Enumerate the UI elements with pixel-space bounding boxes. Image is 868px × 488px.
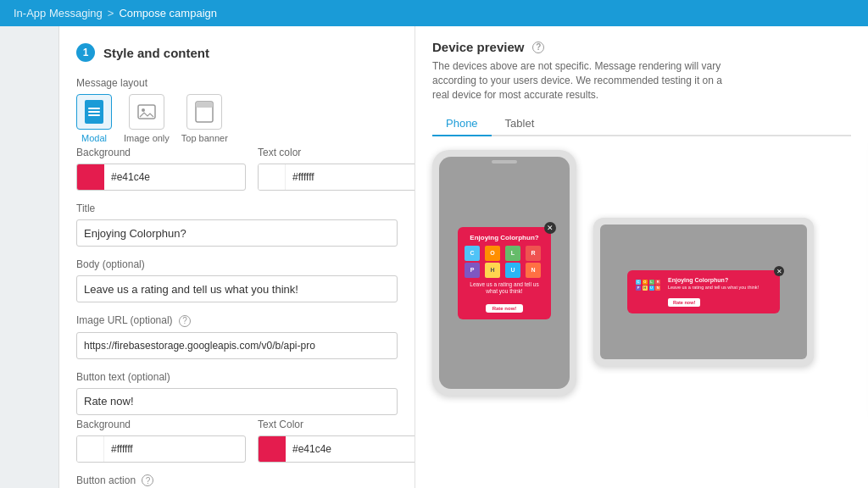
button-text-color-label: Text Color <box>258 419 415 430</box>
tablet-modal-close[interactable]: ✕ <box>774 266 784 276</box>
layout-label: Message layout <box>76 77 398 89</box>
button-background-hex-input[interactable] <box>104 443 245 455</box>
layout-option-top-banner[interactable]: Top banner <box>181 94 228 143</box>
tc-h: H <box>643 286 648 291</box>
modal-label: Modal <box>81 133 107 143</box>
button-background-swatch[interactable] <box>77 436 104 462</box>
grid-cell-n: N <box>526 263 541 278</box>
button-background-input-row <box>76 435 246 463</box>
phone-preview-portrait: ✕ Enjoying Colorphun? C O L R P H U N <box>432 150 576 396</box>
grid-cell-r: R <box>526 246 541 261</box>
tablet-modal-body: Leave us a rating and tell us what you t… <box>668 285 771 291</box>
button-background-field: Background <box>76 419 246 463</box>
button-text-label: Button text (optional) <box>76 371 398 383</box>
button-color-row: Background Text Color <box>76 419 398 463</box>
modal-line-2 <box>88 111 100 113</box>
button-action-help-icon[interactable]: ? <box>142 474 153 486</box>
tc-l: L <box>649 280 654 285</box>
modal-body-small: Leave us a rating and tell us what you t… <box>465 281 544 296</box>
top-banner-layout-icon <box>186 94 222 130</box>
preview-desc: The devices above are not specific. Mess… <box>432 59 737 102</box>
tab-phone[interactable]: Phone <box>432 112 492 136</box>
tc-r: R <box>655 280 660 285</box>
svg-rect-3 <box>196 102 213 108</box>
tab-tablet[interactable]: Tablet <box>492 112 548 136</box>
device-tabs: Phone Tablet <box>432 112 851 136</box>
image-url-help-icon[interactable]: ? <box>179 315 191 327</box>
grid-cell-c: C <box>465 246 480 261</box>
form-panel: 1 Style and content Message layout Modal <box>59 26 415 488</box>
text-color-input-row <box>258 164 415 191</box>
grid-cell-h: H <box>485 263 500 278</box>
background-hex-input[interactable] <box>104 171 245 183</box>
left-sidebar <box>0 26 59 488</box>
device-previews: ✕ Enjoying Colorphun? C O L R P H U N <box>432 150 851 396</box>
modal-line-3 <box>88 114 100 116</box>
step-title: Style and content <box>103 46 209 60</box>
button-text-color-swatch[interactable] <box>259 436 286 462</box>
modal-line-1 <box>88 108 100 109</box>
tc-n: N <box>655 286 660 291</box>
color-row: Background Text color <box>76 147 398 191</box>
body-input[interactable] <box>76 275 398 302</box>
svg-point-1 <box>142 108 145 112</box>
text-color-label: Text color <box>258 147 415 158</box>
tc-p: P <box>636 286 641 291</box>
tablet-modal-content: Enjoying Colorphun? Leave us a rating an… <box>668 277 771 307</box>
main-content: 1 Style and content Message layout Modal <box>0 26 868 488</box>
text-color-field: Text color <box>258 147 415 191</box>
layout-option-image-only[interactable]: Image only <box>124 94 170 143</box>
layout-option-modal[interactable]: Modal <box>76 94 112 143</box>
button-text-input[interactable] <box>76 388 398 415</box>
button-text-color-field: Text Color <box>258 419 415 463</box>
image-url-label: Image URL (optional) ? <box>76 314 398 327</box>
background-field: Background <box>76 147 246 191</box>
background-swatch[interactable] <box>77 164 104 190</box>
breadcrumb-current: Compose campaign <box>119 7 217 19</box>
grid-cell-o: O <box>485 246 500 261</box>
background-label: Background <box>76 147 246 158</box>
tablet-modal-btn[interactable]: Rate now! <box>668 298 700 307</box>
body-field-label: Body (optional) <box>76 258 398 270</box>
text-color-swatch[interactable] <box>259 164 286 190</box>
tablet-modal-img: C O L R P H U N <box>636 280 661 305</box>
breadcrumb-parent[interactable]: In-App Messaging <box>14 7 103 19</box>
grid-cell-l: L <box>505 246 520 261</box>
image-only-label: Image only <box>124 133 170 143</box>
tc-o: O <box>643 280 648 285</box>
preview-panel: Device preview ? The devices above are n… <box>415 26 868 488</box>
modal-close-small[interactable]: ✕ <box>544 222 556 234</box>
step-header: 1 Style and content <box>76 43 398 62</box>
tablet-modal-card: ✕ C O L R P H U N <box>627 270 780 313</box>
background-input-row <box>76 164 246 191</box>
grid-cell-p: P <box>465 263 480 278</box>
button-background-label: Background <box>76 419 246 430</box>
modal-title-small: Enjoying Colorphun? <box>465 234 544 241</box>
tablet-preview: ✕ C O L R P H U N <box>593 218 814 366</box>
button-text-color-input-row <box>258 435 415 463</box>
modal-icon-inner <box>85 100 103 124</box>
button-text-color-hex-input[interactable] <box>286 443 415 455</box>
preview-help-icon[interactable]: ? <box>532 42 544 53</box>
image-icon <box>136 102 157 122</box>
step-number: 1 <box>76 43 95 62</box>
tc-u: U <box>649 286 654 291</box>
image-only-layout-icon <box>129 94 164 130</box>
title-input[interactable] <box>76 219 398 247</box>
top-banner-label: Top banner <box>181 133 228 143</box>
modal-layout-icon <box>76 94 112 130</box>
button-action-label: Button action ? <box>76 474 398 487</box>
tablet-modal-title: Enjoying Colorphun? <box>668 277 771 283</box>
title-field-label: Title <box>76 202 398 214</box>
colorphun-grid-small: C O L R P H U N <box>465 246 544 278</box>
image-url-input[interactable] <box>76 332 398 359</box>
layout-options: Modal Image only <box>76 94 398 143</box>
breadcrumb-separator: > <box>108 7 114 19</box>
phone-notch <box>492 160 517 164</box>
top-banner-icon <box>194 100 214 124</box>
modal-card-small: ✕ Enjoying Colorphun? C O L R P H U N <box>458 227 551 319</box>
text-color-hex-input[interactable] <box>286 171 415 183</box>
preview-title: Device preview ? <box>432 40 851 54</box>
grid-cell-u: U <box>505 263 520 278</box>
modal-button-small[interactable]: Rate now! <box>486 304 524 313</box>
